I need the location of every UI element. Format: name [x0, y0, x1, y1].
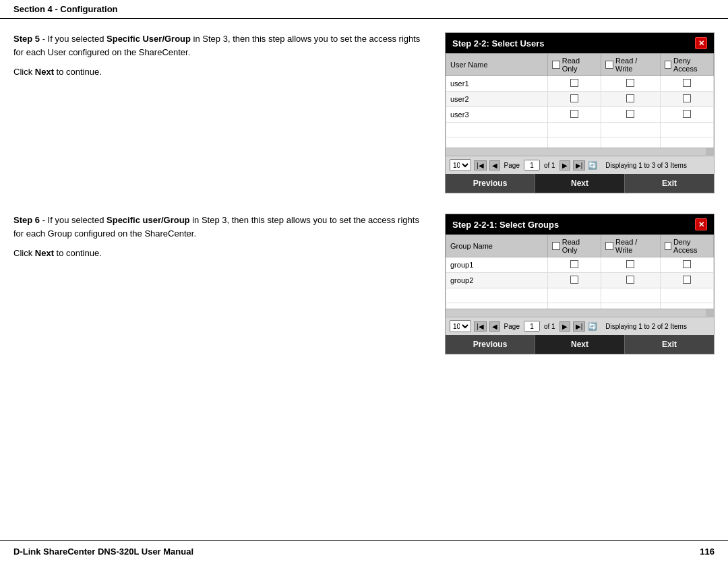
col-readonly: Read Only: [547, 54, 601, 76]
step5-dialog: Step 2-2: Select Users ✕ User Name Read …: [445, 32, 715, 193]
step5-dialog-body: User Name Read Only Read / Write Deny Ac…: [446, 53, 714, 174]
col-deny: Deny Access: [660, 54, 713, 76]
step6-previous-button[interactable]: Previous: [446, 335, 535, 354]
step6-pagination: 10 |◀ ◀ Page of 1 ▶ ▶| 🔄 Displaying 1 to…: [446, 317, 714, 335]
scroll-corner: [706, 148, 714, 156]
prev-page-btn2[interactable]: ◀: [489, 321, 500, 332]
step6-dialog: Step 2-2-1: Select Groups ✕ Group Name R…: [445, 214, 715, 354]
refresh-btn[interactable]: 🔄: [588, 161, 597, 170]
col-ro-checkbox[interactable]: [552, 61, 560, 69]
per-page-select[interactable]: 10: [450, 159, 471, 171]
step6-desc: - If you selected Specific user/Group in…: [13, 215, 419, 239]
page-label2: Page: [504, 323, 520, 330]
col-readwrite2: Read / Write: [601, 235, 660, 257]
user2-rw-cb[interactable]: [626, 94, 634, 102]
user3-rw-cb[interactable]: [626, 110, 634, 118]
user3-deny: [660, 107, 713, 123]
empty-row: [446, 137, 714, 148]
col-deny2-checkbox[interactable]: [665, 242, 671, 250]
step5-label: Step 5: [13, 34, 40, 44]
step5-table-scroll: User Name Read Only Read / Write Deny Ac…: [446, 53, 714, 148]
page-input[interactable]: [524, 160, 540, 170]
last-page-btn[interactable]: ▶|: [573, 160, 586, 170]
group2-ro: [547, 273, 601, 288]
step5-dialog-title: Step 2-2: Select Users: [452, 38, 545, 49]
table-row: user2: [446, 92, 714, 107]
page-header: Section 4 - Configuration: [0, 0, 728, 19]
step6-row: Step 6 - If you selected Specific user/G…: [13, 214, 715, 354]
step6-label: Step 6: [13, 215, 40, 225]
user2-deny-cb[interactable]: [683, 94, 691, 102]
step5-dialog-footer: Previous Next Exit: [446, 174, 714, 193]
step5-desc: - If you selected Specific User/Group in…: [13, 34, 420, 57]
table-row: user3: [446, 107, 714, 123]
col-groupname: Group Name: [446, 235, 548, 257]
step5-row: Step 5 - If you selected Specific User/G…: [13, 32, 715, 193]
user2-ro-cb[interactable]: [570, 94, 578, 102]
col-deny-checkbox[interactable]: [665, 61, 671, 69]
page-input2[interactable]: [524, 321, 540, 332]
first-page-btn[interactable]: |◀: [474, 160, 487, 170]
step6-click: Click Next to continue.: [13, 248, 102, 258]
step5-next-button[interactable]: Next: [535, 174, 625, 193]
group2-deny-cb[interactable]: [683, 276, 691, 284]
last-page-btn2[interactable]: ▶|: [573, 321, 586, 332]
step6-table: Group Name Read Only Read / Write Deny A…: [446, 235, 714, 309]
col-rw2-checkbox[interactable]: [605, 242, 613, 250]
user3-deny-cb[interactable]: [683, 110, 691, 118]
col-rw-checkbox[interactable]: [605, 61, 613, 69]
user3-ro: [547, 107, 601, 123]
per-page-select2[interactable]: 10: [450, 320, 471, 332]
first-page-btn2[interactable]: |◀: [474, 321, 487, 332]
step6-exit-button[interactable]: Exit: [625, 335, 714, 354]
step6-dialog-title: Step 2-2-1: Select Groups: [452, 220, 559, 230]
of-label: of 1: [544, 162, 555, 169]
step6-dialog-body: Group Name Read Only Read / Write Deny A…: [446, 235, 714, 335]
step5-dialog-titlebar: Step 2-2: Select Users ✕: [446, 33, 714, 53]
scrollbar-bottom: [446, 148, 714, 156]
pagination-info: Displaying 1 to 3 of 3 Items: [605, 162, 687, 169]
refresh-btn2[interactable]: 🔄: [588, 322, 597, 331]
group1-rw: [601, 257, 660, 273]
step5-previous-button[interactable]: Previous: [446, 174, 535, 193]
user1-deny-cb[interactable]: [683, 79, 691, 87]
user2-deny: [660, 92, 713, 107]
group1-rw-cb[interactable]: [626, 260, 634, 268]
step5-table: User Name Read Only Read / Write Deny Ac…: [446, 53, 714, 148]
table-row: group2: [446, 273, 714, 288]
user2-rw: [601, 92, 660, 107]
table-row: group1: [446, 257, 714, 273]
user2-name: user2: [446, 92, 548, 107]
step6-close-button[interactable]: ✕: [695, 218, 707, 230]
group1-deny-cb[interactable]: [683, 260, 691, 268]
user1-name: user1: [446, 76, 548, 92]
step5-click: Click Next to continue.: [13, 67, 102, 77]
user1-rw-cb[interactable]: [626, 79, 634, 87]
step6-next-button[interactable]: Next: [535, 335, 625, 354]
next-page-btn[interactable]: ▶: [559, 160, 570, 170]
group2-rw-cb[interactable]: [626, 276, 634, 284]
empty-row: [446, 288, 714, 303]
group1-ro-cb[interactable]: [570, 260, 578, 268]
group2-rw: [601, 273, 660, 288]
step5-close-button[interactable]: ✕: [695, 37, 707, 49]
col-deny2: Deny Access: [660, 235, 713, 257]
user3-ro-cb[interactable]: [570, 110, 578, 118]
footer-brand: D-Link ShareCenter DNS-320L User Manual: [13, 547, 193, 557]
empty-row: [446, 123, 714, 137]
user2-ro: [547, 92, 601, 107]
page-label: Page: [504, 162, 520, 169]
group2-ro-cb[interactable]: [570, 276, 578, 284]
user1-ro-cb[interactable]: [570, 79, 578, 87]
header-title: Section 4 - Configuration: [13, 4, 118, 14]
user1-rw: [601, 76, 660, 92]
group1-ro: [547, 257, 601, 273]
table-row: user1: [446, 76, 714, 92]
step5-pagination: 10 |◀ ◀ Page of 1 ▶ ▶| 🔄 Displaying 1 to…: [446, 156, 714, 174]
next-page-btn2[interactable]: ▶: [559, 321, 570, 332]
step5-exit-button[interactable]: Exit: [625, 174, 714, 193]
col-ro2-checkbox[interactable]: [552, 242, 560, 250]
scroll-corner2: [706, 309, 714, 317]
prev-page-btn[interactable]: ◀: [489, 160, 500, 170]
step6-dialog-titlebar: Step 2-2-1: Select Groups ✕: [446, 214, 714, 235]
